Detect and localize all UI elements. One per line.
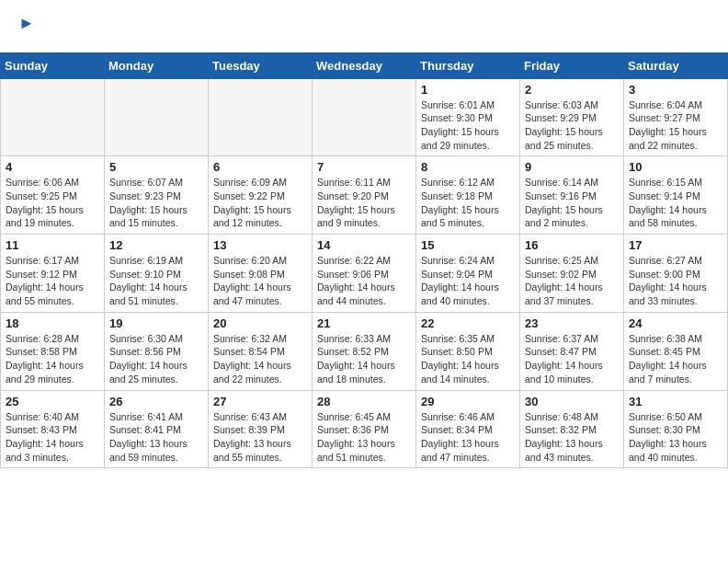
day-number: 4 [6, 160, 99, 174]
calendar-cell [313, 78, 416, 156]
day-info: Sunrise: 6:25 AM Sunset: 9:02 PM Dayligh… [525, 254, 619, 308]
day-info: Sunrise: 6:15 AM Sunset: 9:14 PM Dayligh… [629, 176, 722, 230]
day-number: 30 [525, 395, 619, 408]
weekday-header-saturday: Saturday [624, 52, 728, 78]
day-info: Sunrise: 6:28 AM Sunset: 8:58 PM Dayligh… [6, 332, 99, 386]
calendar-cell: 13Sunrise: 6:20 AM Sunset: 9:08 PM Dayli… [209, 235, 313, 313]
day-number: 13 [213, 238, 307, 252]
calendar-cell: 4Sunrise: 6:06 AM Sunset: 9:25 PM Daylig… [1, 156, 105, 235]
day-number: 16 [525, 238, 619, 252]
calendar-cell: 9Sunrise: 6:14 AM Sunset: 9:16 PM Daylig… [520, 156, 624, 235]
calendar-cell: 27Sunrise: 6:43 AM Sunset: 8:39 PM Dayli… [209, 390, 313, 468]
week-row-4: 18Sunrise: 6:28 AM Sunset: 8:58 PM Dayli… [1, 312, 728, 390]
day-number: 21 [317, 316, 411, 330]
day-number: 7 [317, 160, 411, 174]
week-row-2: 4Sunrise: 6:06 AM Sunset: 9:25 PM Daylig… [1, 156, 728, 235]
day-info: Sunrise: 6:14 AM Sunset: 9:16 PM Dayligh… [525, 176, 619, 230]
calendar-cell: 3Sunrise: 6:04 AM Sunset: 9:27 PM Daylig… [624, 78, 728, 156]
calendar-cell: 16Sunrise: 6:25 AM Sunset: 9:02 PM Dayli… [520, 235, 624, 313]
calendar-cell: 2Sunrise: 6:03 AM Sunset: 9:29 PM Daylig… [520, 78, 624, 156]
day-info: Sunrise: 6:41 AM Sunset: 8:41 PM Dayligh… [109, 410, 203, 465]
day-number: 3 [629, 83, 722, 97]
day-number: 28 [317, 395, 411, 408]
day-number: 24 [629, 316, 722, 330]
day-number: 29 [421, 395, 515, 408]
logo: ► [18, 15, 35, 41]
day-number: 23 [525, 316, 619, 330]
calendar-cell: 25Sunrise: 6:40 AM Sunset: 8:43 PM Dayli… [1, 390, 105, 468]
day-info: Sunrise: 6:27 AM Sunset: 9:00 PM Dayligh… [629, 254, 722, 308]
day-number: 22 [421, 316, 515, 330]
day-number: 2 [525, 83, 619, 97]
calendar-cell: 30Sunrise: 6:48 AM Sunset: 8:32 PM Dayli… [520, 390, 624, 468]
weekday-header-thursday: Thursday [416, 52, 520, 78]
day-number: 9 [525, 160, 619, 174]
page-header: ► [0, 0, 728, 45]
day-info: Sunrise: 6:06 AM Sunset: 9:25 PM Dayligh… [6, 176, 99, 230]
week-row-5: 25Sunrise: 6:40 AM Sunset: 8:43 PM Dayli… [1, 390, 728, 468]
weekday-header-monday: Monday [105, 52, 209, 78]
calendar-cell [209, 78, 313, 156]
calendar-cell: 23Sunrise: 6:37 AM Sunset: 8:47 PM Dayli… [520, 312, 624, 390]
day-number: 6 [213, 160, 307, 174]
day-info: Sunrise: 6:46 AM Sunset: 8:34 PM Dayligh… [421, 410, 515, 465]
calendar-cell: 19Sunrise: 6:30 AM Sunset: 8:56 PM Dayli… [105, 312, 209, 390]
day-info: Sunrise: 6:40 AM Sunset: 8:43 PM Dayligh… [6, 410, 99, 465]
day-number: 5 [109, 160, 203, 174]
day-info: Sunrise: 6:12 AM Sunset: 9:18 PM Dayligh… [421, 176, 515, 230]
week-row-3: 11Sunrise: 6:17 AM Sunset: 9:12 PM Dayli… [1, 235, 728, 313]
day-info: Sunrise: 6:30 AM Sunset: 8:56 PM Dayligh… [109, 332, 203, 386]
day-info: Sunrise: 6:22 AM Sunset: 9:06 PM Dayligh… [317, 254, 411, 308]
calendar-cell: 17Sunrise: 6:27 AM Sunset: 9:00 PM Dayli… [624, 235, 728, 313]
day-info: Sunrise: 6:35 AM Sunset: 8:50 PM Dayligh… [421, 332, 515, 386]
day-info: Sunrise: 6:09 AM Sunset: 9:22 PM Dayligh… [213, 176, 307, 230]
calendar-cell: 18Sunrise: 6:28 AM Sunset: 8:58 PM Dayli… [1, 312, 105, 390]
weekday-header-row: SundayMondayTuesdayWednesdayThursdayFrid… [1, 52, 728, 78]
calendar-cell: 20Sunrise: 6:32 AM Sunset: 8:54 PM Dayli… [209, 312, 313, 390]
weekday-header-sunday: Sunday [1, 52, 105, 78]
weekday-header-tuesday: Tuesday [209, 52, 313, 78]
calendar-cell: 10Sunrise: 6:15 AM Sunset: 9:14 PM Dayli… [624, 156, 728, 235]
calendar-cell: 11Sunrise: 6:17 AM Sunset: 9:12 PM Dayli… [1, 235, 105, 313]
calendar-cell: 5Sunrise: 6:07 AM Sunset: 9:23 PM Daylig… [105, 156, 209, 235]
calendar-cell: 21Sunrise: 6:33 AM Sunset: 8:52 PM Dayli… [313, 312, 416, 390]
day-info: Sunrise: 6:38 AM Sunset: 8:45 PM Dayligh… [629, 332, 722, 386]
day-number: 12 [109, 238, 203, 252]
day-number: 8 [421, 160, 515, 174]
day-number: 14 [317, 238, 411, 252]
day-info: Sunrise: 6:32 AM Sunset: 8:54 PM Dayligh… [213, 332, 307, 386]
day-number: 18 [6, 316, 99, 330]
day-info: Sunrise: 6:24 AM Sunset: 9:04 PM Dayligh… [421, 254, 515, 308]
day-info: Sunrise: 6:33 AM Sunset: 8:52 PM Dayligh… [317, 332, 411, 386]
day-info: Sunrise: 6:20 AM Sunset: 9:08 PM Dayligh… [213, 254, 307, 308]
calendar-cell: 6Sunrise: 6:09 AM Sunset: 9:22 PM Daylig… [209, 156, 313, 235]
calendar-cell: 31Sunrise: 6:50 AM Sunset: 8:30 PM Dayli… [624, 390, 728, 468]
calendar-cell: 26Sunrise: 6:41 AM Sunset: 8:41 PM Dayli… [105, 390, 209, 468]
day-number: 10 [629, 160, 722, 174]
calendar-cell: 28Sunrise: 6:45 AM Sunset: 8:36 PM Dayli… [313, 390, 416, 468]
day-info: Sunrise: 6:19 AM Sunset: 9:10 PM Dayligh… [109, 254, 203, 308]
day-number: 11 [6, 238, 99, 252]
calendar-cell: 29Sunrise: 6:46 AM Sunset: 8:34 PM Dayli… [416, 390, 520, 468]
day-number: 20 [213, 316, 307, 330]
day-info: Sunrise: 6:45 AM Sunset: 8:36 PM Dayligh… [317, 410, 411, 465]
day-info: Sunrise: 6:11 AM Sunset: 9:20 PM Dayligh… [317, 176, 411, 230]
day-info: Sunrise: 6:37 AM Sunset: 8:47 PM Dayligh… [525, 332, 619, 386]
day-info: Sunrise: 6:43 AM Sunset: 8:39 PM Dayligh… [213, 410, 307, 465]
day-number: 19 [109, 316, 203, 330]
day-number: 17 [629, 238, 722, 252]
day-info: Sunrise: 6:04 AM Sunset: 9:27 PM Dayligh… [629, 98, 722, 153]
day-number: 31 [629, 395, 722, 408]
day-info: Sunrise: 6:03 AM Sunset: 9:29 PM Dayligh… [525, 98, 619, 153]
day-info: Sunrise: 6:07 AM Sunset: 9:23 PM Dayligh… [109, 176, 203, 230]
calendar-cell: 15Sunrise: 6:24 AM Sunset: 9:04 PM Dayli… [416, 235, 520, 313]
calendar-cell: 1Sunrise: 6:01 AM Sunset: 9:30 PM Daylig… [416, 78, 520, 156]
calendar-table: SundayMondayTuesdayWednesdayThursdayFrid… [0, 52, 728, 469]
day-info: Sunrise: 6:48 AM Sunset: 8:32 PM Dayligh… [525, 410, 619, 465]
calendar-cell [1, 78, 105, 156]
day-number: 1 [421, 83, 515, 97]
day-info: Sunrise: 6:50 AM Sunset: 8:30 PM Dayligh… [629, 410, 722, 465]
calendar-cell: 22Sunrise: 6:35 AM Sunset: 8:50 PM Dayli… [416, 312, 520, 390]
calendar-cell: 7Sunrise: 6:11 AM Sunset: 9:20 PM Daylig… [313, 156, 416, 235]
calendar-cell: 8Sunrise: 6:12 AM Sunset: 9:18 PM Daylig… [416, 156, 520, 235]
